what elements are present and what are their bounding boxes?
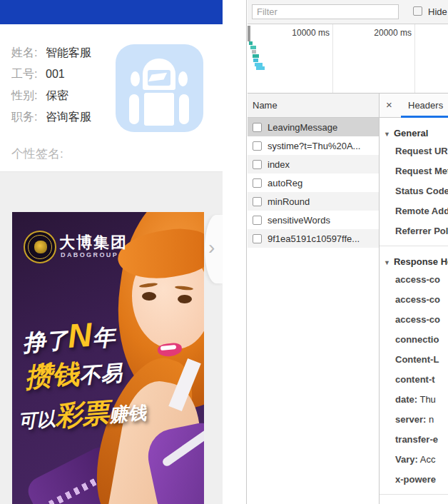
header-key: access-co	[395, 314, 440, 325]
ad-slogan-line: 攒钱不易	[24, 353, 123, 395]
header-key: Request Method	[395, 166, 448, 176]
field-label: 工号:	[11, 64, 46, 85]
gridline	[332, 24, 333, 93]
details-tab-bar: × Headers	[380, 94, 448, 118]
field-value: 智能客服	[46, 46, 91, 59]
profile-field: 性别:保密	[11, 85, 91, 106]
waterfall-bar	[252, 50, 256, 54]
request-name: LeavingMessage	[268, 122, 337, 133]
eye-shape	[142, 292, 156, 301]
section-title[interactable]: ▼Response Headers	[380, 246, 448, 270]
request-list: LeavingMessagesystime?t=Thu%20A...indexa…	[248, 118, 379, 248]
timeline-tick-label: 10000 ms	[273, 28, 330, 38]
profile-field: 职务:咨询客服	[11, 106, 91, 128]
header-line: x-powere	[380, 470, 448, 490]
ad-banner[interactable]: 大博集团 DABOGROUP 挣了N年攒钱不易可以彩票赚钱	[12, 212, 204, 504]
scrollbar-thumb[interactable]	[248, 26, 250, 41]
hide-data-urls-label: Hide data URLs	[428, 6, 448, 17]
section-title[interactable]: ▼General	[380, 118, 448, 141]
header-line: server: n	[380, 410, 448, 430]
header-line: Content-L	[380, 350, 448, 370]
header-key: access-co	[395, 294, 440, 305]
request-details-panel: × Headers ▼GeneralRequest URLRequest Met…	[379, 94, 448, 504]
header-key: date:	[395, 394, 417, 405]
header-line: Referrer Policy	[380, 221, 448, 241]
request-name: autoReg	[268, 178, 302, 188]
signature-label: 个性签名:	[11, 146, 63, 162]
profile-field: 姓名:智能客服	[11, 42, 91, 64]
network-request-row[interactable]: minRound	[248, 192, 379, 211]
request-checkbox[interactable]	[253, 178, 262, 188]
request-name: index	[268, 159, 290, 170]
request-checkbox[interactable]	[253, 141, 262, 151]
header-key: Remote Address	[395, 206, 448, 216]
header-key: server:	[395, 414, 426, 425]
header-line: transfer-e	[380, 430, 448, 450]
request-checkbox[interactable]	[253, 160, 262, 169]
header-key: Vary:	[395, 454, 418, 465]
filter-input[interactable]	[252, 4, 399, 19]
profile-field: 工号:001	[11, 64, 91, 85]
brand-name-cn: 大博集团	[59, 232, 128, 253]
tab-headers[interactable]: Headers	[408, 100, 443, 111]
header-line: Request URL	[380, 141, 448, 161]
ad-slogan-line: 挣了N年	[21, 313, 116, 360]
field-label: 姓名:	[11, 42, 46, 64]
network-request-row[interactable]: autoReg	[248, 173, 379, 192]
header-line: Remote Address	[380, 201, 448, 221]
brand-name-en: DABOGROUP	[61, 251, 118, 258]
section-title[interactable]: ▼Request Headers	[380, 495, 448, 504]
waterfall-bar	[249, 41, 253, 45]
network-overview-timeline[interactable]: 10000 ms 20000 ms	[248, 24, 448, 94]
name-column-header[interactable]: Name	[248, 94, 379, 118]
header-line: access-co	[380, 290, 448, 310]
network-request-row[interactable]: sensitiveWords	[248, 211, 379, 229]
gridline	[414, 24, 415, 93]
header-key: Referrer Policy	[395, 226, 448, 236]
header-value: n	[426, 414, 434, 425]
network-request-row[interactable]: 9f1ea5191c10597ffe...	[248, 229, 379, 248]
chevron-right-icon[interactable]: ›	[208, 237, 215, 258]
header-line: Vary: Acc	[380, 450, 448, 470]
top-bar	[0, 0, 223, 24]
request-name: sensitiveWords	[268, 215, 330, 226]
request-name: systime?t=Thu%20A...	[268, 141, 360, 151]
devtools-network-panel: Hide data URLs 10000 ms 20000 ms Name Le…	[246, 0, 448, 504]
timeline-tick-label: 20000 ms	[355, 28, 412, 38]
dabo-group-logo-icon	[24, 231, 56, 263]
request-checkbox[interactable]	[253, 216, 262, 225]
waterfall-bar	[253, 54, 259, 58]
field-label: 职务:	[11, 106, 46, 128]
customer-service-page: 姓名:智能客服工号:001性别:保密职务:咨询客服 个性签名:	[0, 0, 246, 504]
header-line: connectio	[380, 330, 448, 350]
waterfall-bar	[250, 46, 256, 49]
profile-fields: 姓名:智能客服工号:001性别:保密职务:咨询客服	[11, 42, 91, 128]
field-value: 001	[46, 68, 65, 80]
request-name: minRound	[268, 196, 310, 207]
header-line: access-co	[380, 270, 448, 290]
request-checkbox[interactable]	[253, 197, 262, 206]
network-filter-bar: Hide data URLs	[248, 0, 448, 24]
robot-avatar-icon	[116, 44, 203, 132]
header-line: Request Method	[380, 161, 448, 181]
header-value: Thu	[417, 394, 436, 405]
header-key: connectio	[395, 334, 439, 345]
network-request-row[interactable]: LeavingMessage	[248, 118, 379, 136]
request-name: 9f1ea5191c10597ffe...	[268, 233, 360, 244]
header-value: Acc	[418, 454, 436, 465]
request-checkbox[interactable]	[253, 123, 262, 132]
header-key: content-t	[395, 374, 435, 385]
close-icon[interactable]: ×	[386, 99, 392, 111]
network-request-row[interactable]: systime?t=Thu%20A...	[248, 136, 379, 155]
hide-data-urls-checkbox[interactable]	[413, 6, 422, 16]
network-request-row[interactable]: index	[248, 155, 379, 173]
eye-shape	[178, 295, 192, 303]
field-label: 性别:	[11, 85, 46, 106]
header-key: Content-L	[395, 354, 439, 365]
header-line: access-co	[380, 310, 448, 330]
headers-section: ▼GeneralRequest URLRequest MethodStatus …	[380, 118, 448, 241]
header-line: date: Thu	[380, 390, 448, 410]
request-checkbox[interactable]	[253, 234, 262, 243]
waterfall-bar	[253, 59, 258, 62]
header-key: Status Code	[395, 186, 448, 196]
